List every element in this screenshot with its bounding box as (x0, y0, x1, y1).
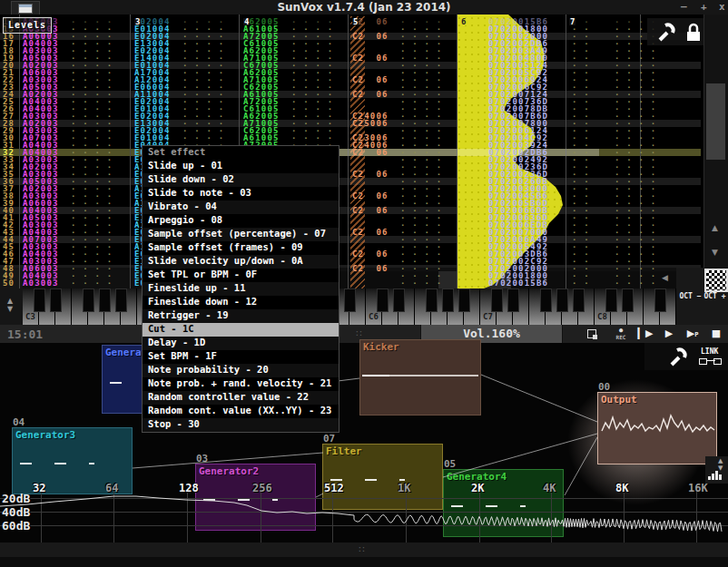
menu-item[interactable]: Stop - 30 (143, 418, 339, 432)
menu-item[interactable]: Set BPM - 1F (143, 350, 339, 364)
tracker-cell[interactable]: C2 06 (352, 250, 389, 258)
piano-key-black[interactable] (34, 288, 45, 312)
menu-item[interactable]: Vibrato - 04 (143, 200, 339, 214)
pattern-editor[interactable]: 14A05003B02004A62005C2 0607020015B6· · ·… (0, 15, 703, 288)
tracker-cell[interactable]: C2 06 (352, 229, 389, 236)
empty-cell-dots: · · · · (400, 279, 442, 287)
pattern-down-icon[interactable]: ▼ (7, 305, 13, 313)
sunvox-window: SunVox v1.7.4 (Jan 23 2014) – + x 14A050… (0, 0, 728, 567)
piano-key-black[interactable] (99, 288, 111, 312)
freq-label: 4K (543, 482, 556, 494)
tracker-cell[interactable]: C2 06 (352, 54, 389, 62)
lock-icon[interactable] (684, 21, 703, 44)
menu-item[interactable]: Fineslide up - 11 (143, 282, 339, 296)
menu-item[interactable]: Sample offset (percentage) - 07 (143, 228, 339, 241)
piano-key-black[interactable] (507, 288, 519, 312)
maximize-button[interactable]: + (701, 1, 707, 14)
main-menu-button[interactable] (11, 1, 40, 15)
db-label: 20dB (2, 492, 30, 505)
menu-item[interactable]: Slide up - 01 (143, 160, 339, 173)
piano-key-black[interactable] (556, 288, 568, 312)
close-button[interactable]: x (719, 1, 725, 14)
tracker-cell[interactable]: C2 06 (352, 171, 389, 178)
window-title: SunVox v1.7.4 (Jan 23 2014) (0, 0, 728, 15)
piano-key-black[interactable] (458, 288, 470, 312)
piano-key-black[interactable] (573, 288, 585, 312)
pattern-up-icon[interactable]: ▲ (7, 297, 13, 305)
scroll-down-icon[interactable]: ▼ (712, 248, 718, 257)
play-from-start-button[interactable]: ▎▶ (635, 325, 655, 343)
piano-key-black[interactable] (540, 288, 552, 312)
menu-item[interactable]: Random controller value - 22 (143, 391, 339, 405)
octave-down-button[interactable]: OCT − (679, 288, 702, 313)
menu-item[interactable]: Random cont. value (XX..YY) - 23 (143, 405, 339, 418)
window-icon (18, 4, 33, 14)
spectrum-analyzer: 32641282565121K2K4K8K16K20dB40dB60dB (0, 481, 728, 543)
bars-icon (715, 471, 718, 480)
tracker-cell[interactable]: C2 06 (352, 192, 389, 200)
set-effect-menu: Set effectSlide up - 01Slide down - 02Sl… (142, 145, 339, 433)
meter-up-icon[interactable]: ▲ (718, 457, 723, 464)
piano-key-black[interactable] (622, 288, 634, 312)
stop-button[interactable]: ■ (709, 325, 723, 343)
empty-cell-dots: · · · · (71, 279, 113, 287)
empty-cell-dots: · · · · (615, 279, 656, 287)
piano-key-black[interactable] (491, 288, 503, 312)
menu-item[interactable]: Slide velocity up/down - 0A (143, 255, 339, 269)
piano-key-black[interactable] (605, 288, 617, 312)
meter-widget[interactable]: ▲ ▼ (705, 456, 728, 484)
pattern-vertical-scrollbar[interactable]: ▲ ▼ (703, 15, 728, 288)
drag-handle-icon[interactable]: ∷ (359, 544, 364, 554)
piano-key-black[interactable] (426, 288, 438, 312)
loop-icon[interactable] (585, 325, 602, 343)
pattern-track-header: 3 (134, 18, 141, 25)
piano-key-black[interactable] (50, 288, 62, 312)
drag-handle-icon[interactable]: ∷ (356, 328, 361, 338)
row-number: 50 (3, 279, 15, 287)
piano-key-black[interactable] (83, 288, 94, 312)
freq-label: 16K (688, 482, 708, 494)
piano-key-black[interactable] (393, 288, 405, 312)
piano-key-black[interactable] (442, 288, 454, 312)
freq-label: 1K (398, 482, 410, 494)
menu-item[interactable]: Retrigger - 19 (143, 309, 339, 323)
menu-item[interactable]: Cut - 1C (143, 323, 339, 337)
pattern-icon-button[interactable] (704, 269, 728, 292)
tracker-cell[interactable]: C2 06 (352, 33, 389, 40)
tracker-cell[interactable]: C25006 (352, 120, 389, 127)
menu-item[interactable]: Note probability - 20 (143, 364, 339, 377)
play-button[interactable]: ▶ (662, 325, 676, 343)
piano-key-black[interactable] (344, 288, 356, 312)
pattern-track-header: 6 (460, 18, 467, 25)
menu-item[interactable]: Note prob. + rand. velocity - 21 (143, 377, 339, 391)
tracker-cell[interactable]: A03003 (23, 279, 59, 287)
tracker-cell[interactable]: C2 06 (352, 91, 389, 98)
scrollbar-thumb[interactable] (706, 83, 725, 160)
scroll-up-icon[interactable]: ▲ (712, 223, 718, 232)
piano-key-black[interactable] (377, 288, 389, 312)
tracker-cell[interactable]: C2 06 (352, 207, 389, 214)
menu-item[interactable]: Delay - 1D (143, 337, 339, 350)
record-button[interactable]: ● REC (610, 325, 632, 343)
play-pattern-button[interactable]: ▶P (683, 325, 703, 343)
menu-item[interactable]: Arpeggio - 08 (143, 214, 339, 228)
tracker-cell[interactable]: 07020015B6 (488, 279, 548, 287)
menu-header: Set effect (143, 146, 339, 160)
tracker-cell[interactable]: C2 06 (352, 149, 389, 156)
menu-item[interactable]: Slide to note - 03 (143, 187, 339, 200)
tracker-cell[interactable]: C2 06 (352, 265, 389, 272)
bars-icon (719, 474, 722, 480)
menu-item[interactable]: Slide down - 02 (143, 173, 339, 187)
piano-key-black[interactable] (654, 288, 666, 312)
menu-item[interactable]: Sample offset (frames) - 09 (143, 241, 339, 255)
title-bar: SunVox v1.7.4 (Jan 23 2014) (0, 0, 728, 15)
menu-item[interactable]: Fineslide down - 12 (143, 296, 339, 309)
menu-item[interactable]: Set TPL or BPM - 0F (143, 269, 339, 282)
meter-down-icon[interactable]: ▼ (718, 464, 723, 472)
link-button[interactable]: LINK (701, 347, 718, 356)
minimize-button[interactable]: – (681, 1, 687, 14)
levels-button[interactable]: Levels (3, 17, 52, 34)
tracker-cell[interactable]: C2 06 (352, 76, 389, 83)
tracker-row[interactable]: 50A03003E06004C6100507020015B6· · · ·· ·… (0, 279, 703, 287)
piano-key-black[interactable] (115, 288, 127, 312)
